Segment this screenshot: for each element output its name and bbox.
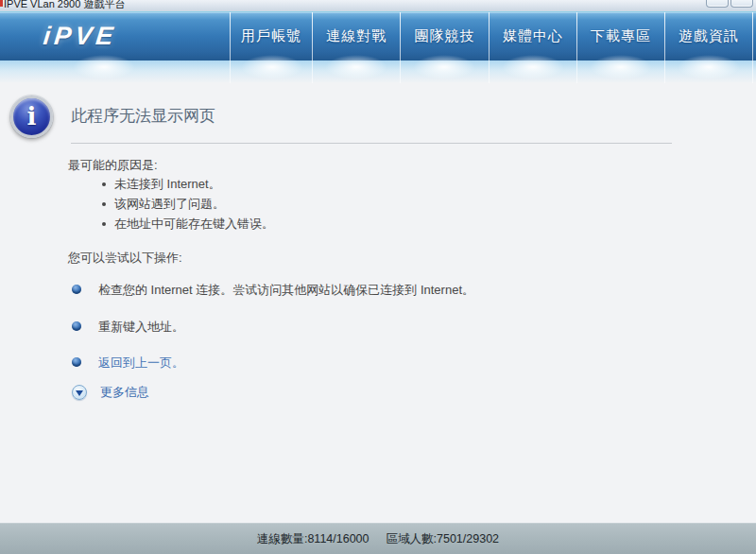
minimize-button[interactable]	[706, 0, 729, 8]
close-button[interactable]	[730, 0, 753, 8]
nav-item-online-battle[interactable]: 連線對戰	[313, 12, 400, 60]
connection-count-label: 連線數量:	[257, 532, 307, 545]
status-bar: 連線數量:8114/16000 區域人數:7501/29302	[0, 523, 756, 554]
nav-item-user-account[interactable]: 用戶帳號	[231, 12, 312, 60]
bullet-sphere-icon	[72, 321, 81, 331]
connection-count-value: 8114/16000	[307, 532, 369, 545]
bullet-dot-icon	[102, 202, 106, 206]
cause-item: 在地址中可能存在键入错误。	[102, 216, 274, 233]
brand-logo: iPVE	[42, 22, 167, 50]
window-title: IPVE VLan 2900 遊戲平台	[4, 0, 125, 11]
nav-item-media-center[interactable]: 媒體中心	[490, 12, 576, 60]
info-icon: i	[10, 95, 53, 138]
info-icon-glyph: i	[27, 104, 37, 129]
back-to-previous-page-link[interactable]: 返回到上一页。	[98, 355, 184, 372]
window-controls	[706, 0, 753, 8]
bullet-sphere-icon	[72, 285, 81, 294]
cause-item: 该网站遇到了问题。	[102, 196, 225, 213]
nav-item-team-compete[interactable]: 團隊競技	[401, 12, 489, 60]
expand-more-icon[interactable]	[72, 385, 87, 400]
cause-text: 在地址中可能存在键入错误。	[114, 216, 274, 231]
action-item: 更多信息	[72, 384, 149, 401]
action-text: 重新键入地址。	[98, 319, 184, 336]
action-text: 检查您的 Internet 连接。尝试访问其他网站以确保已连接到 Interne…	[98, 282, 474, 299]
more-information-link[interactable]: 更多信息	[100, 384, 149, 401]
cause-text: 该网站遇到了问题。	[114, 197, 225, 211]
bullet-sphere-icon	[72, 357, 81, 367]
navbar-fade-band	[0, 61, 756, 83]
error-page-title: 此程序无法显示网页	[71, 105, 215, 127]
connection-count-stat: 連線數量:8114/16000	[257, 531, 369, 547]
causes-heading: 最可能的原因是:	[68, 157, 158, 174]
chevron-down-icon	[76, 390, 83, 396]
action-item: 检查您的 Internet 连接。尝试访问其他网站以确保已连接到 Interne…	[72, 282, 474, 299]
main-navbar: iPVE 用戶帳號 連線對戰 團隊競技 媒體中心 下載專區 遊戲資訊	[0, 11, 756, 83]
cause-item: 未连接到 Internet。	[102, 176, 221, 193]
action-item: 返回到上一页。	[72, 355, 184, 372]
app-window: IPVE VLan 2900 遊戲平台 iPVE 用戶帳號 連線對戰 團隊競技 …	[0, 0, 756, 554]
region-population-label: 區域人數:	[387, 532, 437, 545]
divider	[71, 143, 672, 144]
region-population-stat: 區域人數:7501/29302	[387, 531, 500, 547]
nav-item-game-info[interactable]: 遊戲資訊	[665, 12, 752, 60]
bullet-dot-icon	[102, 182, 106, 186]
nav-item-download-zone[interactable]: 下載專區	[577, 12, 664, 60]
nav-separator	[752, 12, 753, 83]
region-population-value: 7501/29302	[437, 532, 499, 545]
cause-text: 未连接到 Internet。	[114, 177, 221, 191]
actions-heading: 您可以尝试以下操作:	[68, 250, 182, 267]
bullet-dot-icon	[102, 222, 106, 226]
window-app-icon	[0, 0, 3, 7]
action-item: 重新键入地址。	[72, 319, 184, 336]
